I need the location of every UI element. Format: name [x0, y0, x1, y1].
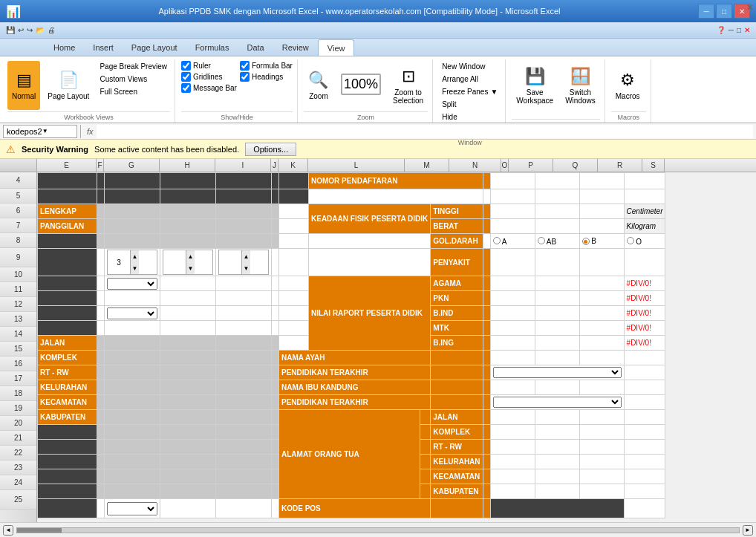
cell-f16[interactable] — [97, 365, 105, 380]
cell-f22[interactable] — [97, 455, 105, 469]
cell-p15[interactable] — [490, 351, 535, 365]
cell-f20[interactable] — [97, 425, 105, 440]
cell-n22[interactable]: KELURAHAN — [431, 455, 483, 469]
cell-p21[interactable] — [490, 440, 535, 455]
cell-q17[interactable] — [535, 380, 579, 395]
cell-n11[interactable]: PKN — [431, 291, 483, 306]
cell-l4[interactable]: NOMOR PENDAFTARAN — [309, 173, 483, 189]
cell-j20[interactable] — [272, 425, 279, 440]
cell-s4[interactable] — [624, 173, 665, 189]
cell-o4[interactable] — [483, 173, 490, 189]
col-e-header[interactable]: E — [37, 159, 97, 172]
cell-p19[interactable] — [490, 410, 535, 425]
cell-s18[interactable] — [624, 395, 665, 410]
cell-h10[interactable] — [160, 276, 216, 291]
cell-j10[interactable] — [272, 276, 279, 291]
save-workspace-button[interactable]: 💾 SaveWorkspace — [512, 61, 558, 110]
cell-i6[interactable] — [216, 204, 272, 219]
cell-i4[interactable] — [216, 173, 272, 189]
cell-p13[interactable] — [490, 321, 535, 336]
minimize-button[interactable]: ─ — [698, 4, 714, 19]
cell-q6[interactable] — [535, 204, 579, 219]
spinner-down-i9[interactable]: ▼ — [241, 262, 250, 274]
horizontal-scrollbar[interactable]: ◄ ► — [0, 522, 756, 537]
cell-s7[interactable]: Kilogram — [624, 219, 665, 234]
cell-k11[interactable] — [279, 291, 309, 306]
cell-e21[interactable] — [38, 440, 97, 455]
cell-s21[interactable] — [624, 440, 665, 455]
row-18-header[interactable]: 18 — [0, 386, 36, 401]
cell-e18[interactable]: KECAMATAN — [38, 395, 97, 410]
minimize-excel[interactable]: ─ — [729, 26, 734, 34]
cell-o6[interactable] — [483, 204, 490, 219]
cell-j24[interactable] — [272, 484, 279, 499]
cell-k25[interactable]: KODE POS — [279, 499, 431, 518]
cell-s24[interactable] — [624, 484, 665, 499]
cell-q7[interactable] — [535, 219, 579, 234]
cell-j23[interactable] — [272, 469, 279, 484]
cell-e24[interactable] — [38, 484, 97, 499]
cell-lm8[interactable] — [309, 234, 431, 249]
cell-j7[interactable] — [272, 219, 279, 234]
col-o-header[interactable]: O — [501, 159, 509, 172]
cell-s8[interactable]: O — [624, 234, 665, 249]
row-22-header[interactable]: 22 — [0, 446, 36, 460]
cell-q23[interactable] — [535, 469, 579, 484]
cell-o12[interactable] — [483, 306, 490, 321]
zoom-selection-button[interactable]: ⊡ Zoom toSelection — [388, 61, 428, 110]
cell-r24[interactable] — [579, 484, 624, 499]
cell-j12[interactable] — [272, 306, 279, 321]
cell-k14[interactable] — [279, 336, 309, 351]
cell-h15[interactable] — [160, 351, 216, 365]
cell-r7[interactable] — [579, 219, 624, 234]
cell-e14[interactable]: JALAN — [38, 336, 97, 351]
spinner-up-h9[interactable]: ▲ — [186, 250, 195, 262]
dropdown-p16[interactable] — [493, 367, 622, 378]
restore-button[interactable]: □ — [716, 4, 732, 19]
cell-p18[interactable] — [490, 395, 624, 410]
cell-f9[interactable] — [97, 249, 105, 276]
cell-j25[interactable] — [272, 499, 279, 518]
cell-i20[interactable] — [216, 425, 272, 440]
tab-review[interactable]: Review — [273, 39, 318, 56]
switch-windows-button[interactable]: 🪟 SwitchWindows — [561, 61, 600, 110]
cell-i15[interactable] — [216, 351, 272, 365]
cell-r8[interactable]: B — [579, 234, 624, 249]
message-bar-checkbox[interactable]: Message Bar — [181, 83, 237, 93]
row-4-header[interactable]: 4 — [0, 172, 36, 189]
cell-o17[interactable] — [483, 380, 490, 395]
cell-g24[interactable] — [105, 484, 160, 499]
cell-o19[interactable] — [483, 410, 490, 425]
cell-n10[interactable]: AGAMA — [431, 276, 483, 291]
cell-k17[interactable]: NAMA IBU KANDUNG — [279, 380, 431, 395]
cell-k6[interactable] — [279, 204, 309, 219]
formula-input[interactable] — [97, 125, 753, 138]
cell-o21[interactable] — [483, 440, 490, 455]
cell-o10[interactable] — [483, 276, 490, 291]
cell-j19[interactable] — [272, 410, 279, 425]
cell-h13[interactable] — [160, 321, 216, 336]
radio-ab[interactable] — [538, 237, 545, 244]
cell-q12[interactable] — [535, 306, 579, 321]
formula-bar-input[interactable] — [240, 61, 250, 71]
cell-q4[interactable] — [535, 173, 579, 189]
cell-m23[interactable] — [420, 469, 431, 484]
cell-h23[interactable] — [160, 469, 216, 484]
close-excel[interactable]: ✕ — [744, 26, 750, 34]
cell-e10[interactable] — [38, 276, 97, 291]
cell-s20[interactable] — [624, 425, 665, 440]
spinner-up-g9[interactable]: ▲ — [130, 250, 139, 262]
cell-q9[interactable] — [535, 249, 579, 276]
cell-n14[interactable]: B.ING — [431, 336, 483, 351]
cell-g4[interactable] — [105, 173, 160, 189]
cell-k12[interactable] — [279, 306, 309, 321]
col-f-header[interactable]: F — [97, 159, 104, 172]
dropdown-g12[interactable] — [107, 307, 157, 319]
cell-r23[interactable] — [579, 469, 624, 484]
tab-home[interactable]: Home — [45, 39, 84, 56]
cell-h12[interactable] — [160, 306, 216, 321]
cell-g18[interactable] — [105, 395, 160, 410]
qa-undo[interactable]: ↩ — [18, 26, 24, 34]
cell-h19[interactable] — [160, 410, 216, 425]
cell-n8[interactable]: GOL.DARAH — [431, 234, 483, 249]
